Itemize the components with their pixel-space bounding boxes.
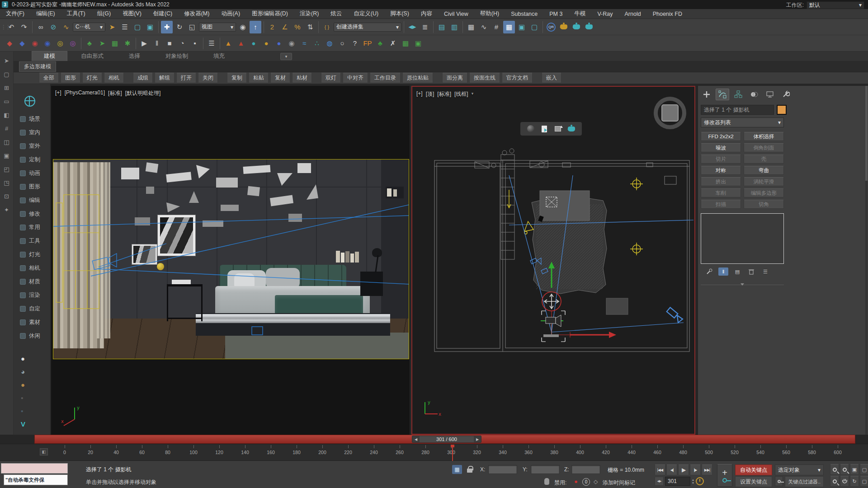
use-center-button[interactable]: ◉ (237, 21, 249, 33)
sphere-white-icon[interactable]: ○ (336, 37, 348, 50)
sidebar-item[interactable]: 室内 (14, 126, 51, 139)
sidebar-item[interactable]: 灯光 (14, 248, 51, 261)
drop-teal-icon[interactable]: ● (248, 37, 259, 50)
current-frame-marker[interactable] (452, 445, 453, 461)
remove-modifier-button[interactable] (746, 267, 756, 276)
next-frame-button[interactable]: |▶ (690, 465, 701, 475)
key-selection-set-dropdown[interactable]: 选定对象 ▾ (775, 465, 824, 475)
orbit-button[interactable]: ↻ (850, 476, 859, 487)
current-frame-field[interactable]: 301 (665, 477, 690, 486)
scene-explorer-button[interactable]: ▤ (436, 21, 448, 33)
object-color-swatch[interactable] (777, 105, 787, 115)
box-icon[interactable]: ▢ (2, 70, 11, 79)
viewport-view-label[interactable]: [顶] (426, 90, 434, 98)
modifier-button[interactable]: 涡轮平滑 (744, 177, 784, 186)
render-purple-icon[interactable]: ◎ (67, 37, 79, 50)
zoom-button[interactable] (830, 464, 839, 475)
camera-viewport[interactable]: [+] [PhysCamera01] [标准] [默认明暗处理] (51, 86, 410, 435)
window-crossing-button[interactable]: ▣ (144, 21, 156, 33)
modifier-button[interactable]: 噪波 (701, 143, 741, 152)
quick-button[interactable]: 嵌入 (542, 73, 561, 83)
undo-button[interactable]: ↶ (5, 21, 17, 33)
bar-icon[interactable]: ▭ (2, 97, 11, 106)
container-button[interactable]: ▢ (528, 21, 540, 33)
x-field[interactable] (488, 465, 517, 474)
quick-button[interactable]: 面分离 (442, 73, 467, 83)
modifier-button[interactable]: 切角 (744, 200, 784, 209)
render-red-icon[interactable]: ◉ (29, 37, 41, 50)
sidebar-item[interactable]: 渲染 (14, 288, 51, 302)
quick-button[interactable]: 按面生线 (469, 73, 500, 83)
frame-spinner[interactable]: ▲ ▼ (692, 479, 694, 484)
forest-icon[interactable]: ♣ (84, 37, 95, 50)
viewport-shading-label[interactable]: [默认明暗处理] (125, 89, 161, 97)
quick-button[interactable]: 关闭 (198, 73, 218, 83)
plus-icon[interactable]: ⊞ (2, 83, 11, 92)
ribbon-tab[interactable]: 对象绘制 (154, 52, 200, 61)
quick-button[interactable]: 复材 (270, 73, 290, 83)
add-time-tag[interactable]: 添加时间标记 (603, 479, 635, 487)
render-yellow-icon[interactable]: ◎ (54, 37, 66, 50)
menu-item[interactable]: 自定义(U) (348, 9, 384, 19)
corner-icon[interactable]: ◰ (2, 164, 11, 174)
window-green-icon[interactable]: ▣ (412, 37, 424, 50)
export-page-button[interactable] (539, 124, 549, 134)
modify-tab[interactable] (716, 89, 729, 100)
render-iterative-button[interactable] (583, 21, 595, 33)
object-name-field[interactable]: 选择了 1 个 摄影机 (701, 105, 774, 115)
menu-item[interactable]: 渲染(R) (294, 9, 325, 19)
sidebar-item[interactable]: 场景 (14, 112, 51, 126)
motion-tab[interactable] (747, 89, 761, 100)
prev-frame-button[interactable]: ◀ (412, 436, 420, 442)
polygon-modeling-tab[interactable]: 多边形建模 (19, 61, 56, 72)
flame-orange-icon[interactable]: ▲ (222, 37, 234, 50)
panel-scrollbar[interactable] (865, 86, 868, 435)
workspace-dropdown[interactable]: 默认 ▾ (807, 1, 864, 9)
pause-icon[interactable]: ‖ (151, 37, 163, 50)
pan-button[interactable] (840, 476, 849, 487)
split-icon[interactable]: ◫ (2, 137, 11, 146)
modifier-button[interactable]: 壳 (744, 155, 784, 164)
display-tab[interactable] (763, 89, 777, 100)
antivirus-script-field[interactable]: "自动杀毒文件保 (4, 474, 68, 485)
named-selection-set-dropdown[interactable]: 创建选择集 ▾ (334, 23, 401, 32)
dark-tool2-icon[interactable]: ▪ (21, 408, 23, 415)
sidebar-item[interactable]: 相机 (14, 261, 51, 275)
menu-item[interactable]: 编辑(E) (30, 9, 61, 19)
isolate-cube-icon[interactable]: ◇ (594, 479, 598, 485)
railclone-icon[interactable]: ▦ (109, 37, 121, 50)
menu-item[interactable]: Civil View (438, 9, 474, 19)
rendered-frame-button[interactable] (558, 21, 570, 33)
play-button[interactable]: ▶ (678, 465, 689, 475)
mirror-button[interactable]: ◀▶ (406, 21, 418, 33)
sidebar-item[interactable]: 编辑 (14, 193, 51, 207)
sep[interactable] (136, 38, 136, 49)
bind-spacewarp-button[interactable]: ∿ (60, 21, 72, 33)
region-select-button[interactable]: ▢ (132, 21, 143, 33)
phoenix-red-icon[interactable]: ◆ (4, 37, 15, 50)
waves-icon[interactable]: ≈ (298, 37, 310, 50)
flame-red-icon[interactable]: ▲ (235, 37, 247, 50)
adaptive-degradation-icon[interactable] (544, 478, 549, 485)
viewport-menu[interactable]: [+] (55, 89, 61, 97)
view-cube[interactable] (654, 97, 686, 129)
quick-button[interactable]: 图形 (61, 73, 80, 83)
zoom-extents-button[interactable]: ▣ (850, 464, 859, 475)
fp-icon[interactable]: FP (362, 37, 373, 50)
layer-manager-button[interactable]: ▦ (503, 21, 515, 33)
ribbon-tab[interactable]: 选择 (117, 52, 152, 61)
globe-icon[interactable] (24, 96, 35, 107)
dark-tool-icon[interactable]: ▪ (21, 394, 23, 402)
half-icon[interactable]: ◧ (2, 110, 11, 119)
select-link-button[interactable]: ∞ (35, 21, 47, 33)
show-end-result-button[interactable]: ‖ (718, 267, 728, 276)
quick-button[interactable]: 成组 (133, 73, 153, 83)
sidebar-item[interactable]: 素材 (14, 315, 51, 329)
quick-button[interactable]: 双灯 (321, 73, 341, 83)
scatter-icon[interactable]: ✱ (122, 37, 133, 50)
phoenix-blue-icon[interactable]: ◆ (16, 37, 28, 50)
list-icon[interactable]: ☰ (206, 37, 217, 50)
sidebar-item[interactable]: 室外 (14, 139, 51, 153)
utilities-tab[interactable] (779, 89, 793, 100)
project-window-button[interactable]: ▣ (516, 21, 528, 33)
